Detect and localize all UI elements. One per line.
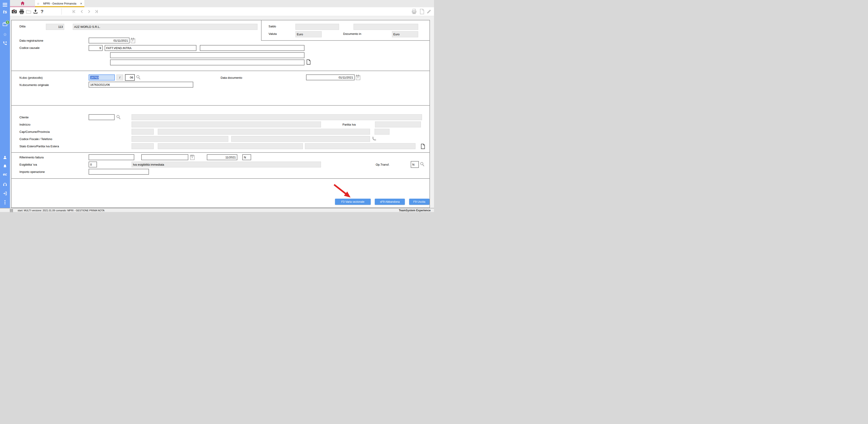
tab-favorite-star-icon[interactable]: ☆ <box>37 2 39 5</box>
section-divider <box>11 70 430 71</box>
riferimento-numero-field[interactable] <box>89 154 134 160</box>
document-page-icon[interactable] <box>421 144 425 150</box>
more-options-icon[interactable] <box>0 200 10 204</box>
codice-fiscale-telefono-label: Codice Fiscale / Telefono <box>20 137 52 141</box>
op-transf-field[interactable]: N <box>411 161 419 168</box>
causale-note-field-1[interactable] <box>110 52 305 58</box>
calendar-icon[interactable]: 3 <box>131 38 135 43</box>
home-icon <box>20 1 25 6</box>
riferimento-periodo-field[interactable]: 11/2021 <box>207 154 237 160</box>
ndoc-label: N.doc (protocollo) <box>20 76 43 79</box>
cliente-label: Cliente <box>20 116 29 119</box>
section-divider <box>11 105 430 106</box>
saldo-box-bottom <box>261 40 430 41</box>
brand-text: TeamSystem Experience <box>399 209 431 212</box>
nav-next-icon[interactable] <box>86 9 92 14</box>
indirizzo-field <box>131 121 321 128</box>
saldo-field-1 <box>296 24 339 30</box>
hamburger-menu-icon[interactable] <box>0 3 10 7</box>
apps-grid-icon[interactable] <box>10 209 13 212</box>
ditta-label: Ditta <box>20 25 26 28</box>
teamsystem-logo: ts <box>0 9 10 15</box>
importo-operazione-label: Importo operazione <box>20 170 45 173</box>
open-folder-icon[interactable] <box>26 9 31 14</box>
codice-causale-extra-field[interactable] <box>200 45 305 51</box>
export-upload-icon[interactable] <box>33 9 38 14</box>
calendar-icon[interactable]: 3 <box>190 154 194 160</box>
favorites-star-icon[interactable]: ☆ <box>0 32 10 37</box>
codice-causale-desc-field[interactable]: FATT.VEND.INTRA <box>105 45 196 51</box>
ec-logo[interactable]: ec <box>0 172 10 176</box>
esigibilita-iva-label: Esigibilita' iva <box>20 163 37 166</box>
edit-pencil-icon[interactable] <box>426 9 432 14</box>
causale-note-field-2[interactable] <box>110 59 305 65</box>
logout-icon[interactable] <box>0 191 10 196</box>
help-icon[interactable]: ? <box>39 9 45 14</box>
section-divider <box>11 152 430 153</box>
op-transf-label: Op.Transf. <box>376 163 390 166</box>
indirizzo-label: Indirizzo <box>20 123 30 126</box>
cliente-code-field[interactable] <box>89 114 115 120</box>
riferimento-fattura-label: Riferimento fattura <box>20 156 43 159</box>
importo-operazione-field[interactable] <box>89 169 149 175</box>
print-pdf-icon[interactable]: PDF <box>411 9 417 14</box>
documento-in-field: Euro <box>392 31 418 37</box>
ndoc-originale-field[interactable]: 16763/2021/06 <box>89 82 193 88</box>
ditta-code-field: 113 <box>46 24 64 30</box>
data-registrazione-label: Data registrazione <box>20 39 43 42</box>
data-documento-field[interactable]: 01/11/2021 <box>306 75 355 80</box>
saldo-field-2 <box>353 24 418 30</box>
nav-first-icon[interactable] <box>71 9 77 14</box>
riferimento-flag-field[interactable]: N <box>242 154 251 160</box>
riferimento-data-field[interactable] <box>141 154 188 160</box>
data-documento-label: Data documento <box>221 76 242 79</box>
partita-iva-estera-field <box>305 143 415 149</box>
selected-text: 16763 <box>90 76 99 79</box>
tab-bar: ☆ MPRI - Gestione Primanota ✕ <box>10 0 434 7</box>
notifications-bell-icon[interactable] <box>0 164 10 169</box>
phone-icon[interactable] <box>372 136 376 142</box>
nav-prev-icon[interactable] <box>79 9 85 14</box>
new-document-icon[interactable] <box>419 9 425 14</box>
nav-last-icon[interactable] <box>94 9 99 14</box>
documents-icon[interactable]: 1 <box>0 22 10 27</box>
saldo-box-divider <box>261 20 261 41</box>
cliente-search-icon[interactable] <box>116 115 121 121</box>
abbandona-button[interactable]: sF9 Abbandona <box>375 199 405 205</box>
ndoc-numero-field[interactable]: 16763 <box>89 75 115 81</box>
comune-field <box>158 129 370 135</box>
tab-close-icon[interactable]: ✕ <box>80 2 82 5</box>
app-window: ts 1 ☆ ec <box>0 0 434 212</box>
op-transf-search-icon[interactable] <box>420 162 425 168</box>
pdf-label: PDF <box>413 11 416 12</box>
calendar-icon[interactable]: 3 <box>356 75 360 80</box>
ndoc-separator: / <box>116 75 123 81</box>
print-icon[interactable] <box>19 9 24 14</box>
esigibilita-code-field[interactable]: 0 <box>89 162 97 167</box>
screenshot-camera-icon[interactable] <box>11 9 17 14</box>
cliente-name-field <box>131 114 422 120</box>
ditta-name-field: A2Z WORLD S.R.L. <box>73 24 257 30</box>
toolbar-separator <box>61 8 62 15</box>
user-profile-icon[interactable] <box>0 155 10 160</box>
cap-field <box>131 129 154 135</box>
attachment-document-icon[interactable] <box>307 59 311 66</box>
support-headset-icon[interactable] <box>0 182 10 187</box>
codice-causale-label: Codice causale <box>20 46 39 50</box>
uscita-button[interactable]: F9 Uscita <box>409 199 430 205</box>
cap-comune-provincia-label: Cap/Comune/Provincia <box>20 130 50 134</box>
data-registrazione-field[interactable]: 01/11/2021 <box>89 37 129 44</box>
tab-title: MPRI - Gestione Primanota <box>39 2 80 5</box>
telefono-field <box>231 136 370 142</box>
esigibilita-desc-field: Iva esigibilità immediata <box>131 162 321 167</box>
status-bar: start: MULTI versione: 2021.01.09 comand… <box>0 208 434 212</box>
sezionale-search-icon[interactable] <box>136 75 141 81</box>
stato-estero-label: Stato Estero/Partita Iva Estera <box>20 145 59 148</box>
phone-contact-icon[interactable] <box>0 41 10 46</box>
notification-badge: 1 <box>6 20 9 24</box>
ndoc-sezionale-field[interactable]: 06 <box>125 74 135 81</box>
codice-causale-code-field[interactable]: 9 <box>89 45 103 51</box>
stato-estero-desc-field <box>158 143 303 149</box>
annotation-arrow <box>332 183 353 200</box>
valuta-label: Valuta <box>269 32 277 35</box>
